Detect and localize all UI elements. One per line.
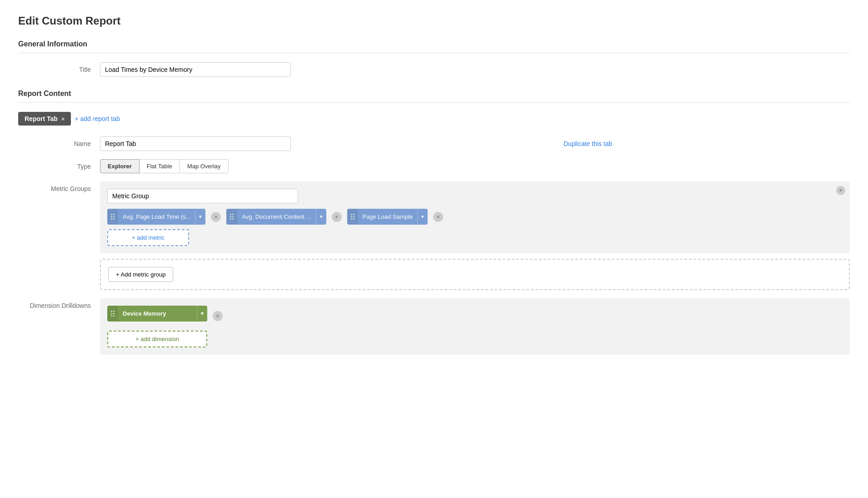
metric-chip-2-drag[interactable] [226,209,237,224]
tab-name-field-row: Name Duplicate this tab [18,136,850,151]
tab-content: Name Duplicate this tab Type Explorer Fl… [18,136,850,355]
report-content-heading: Report Content [18,90,850,98]
report-content-divider [18,102,850,103]
tab-type-field-content: Explorer Flat Table Map Overlay [100,159,850,173]
title-label: Title [18,62,100,73]
general-information-heading: General Information [18,40,850,48]
add-metric-button[interactable]: + add metric [107,229,189,246]
tab-close-icon[interactable]: × [61,116,65,122]
add-metric-group-box: + Add metric group [100,259,850,290]
dimension-chip-1-remove[interactable]: × [213,311,223,321]
add-metric-group-button[interactable]: + Add metric group [108,267,173,282]
metric-chip-2-remove[interactable]: × [332,212,342,222]
metric-groups-label: Metric Groups [18,181,100,192]
metric-chip-2-label: Avg. Document Content ... [237,209,315,225]
metric-group-name-input[interactable] [107,189,298,203]
dimension-chip-1: Device Memory ▾ [107,306,207,322]
report-content-section: Report Content Report Tab × + add report… [18,90,850,355]
general-info-divider [18,53,850,53]
dimension-drilldowns-label: Dimension Drilldowns [18,298,100,309]
metric-groups-field-row: Metric Groups × Avg. Page Load Time (s..… [18,181,850,290]
metric-group-container: × Avg. Page Load Time (s... ▾ × [100,181,850,253]
type-btn-flat-table[interactable]: Flat Table [140,159,180,173]
metric-chip-3-dropdown[interactable]: ▾ [417,209,428,224]
add-dimension-button[interactable]: + add dimension [107,331,207,347]
metric-chip-1-label: Avg. Page Load Time (s... [118,209,195,225]
tab-name-field-content: Duplicate this tab [100,136,850,151]
dimension-drilldowns-field-row: Dimension Drilldowns Device Memory ▾ × [18,298,850,355]
dimension-chip-1-drag[interactable] [107,306,118,321]
title-field-row: Title [18,62,850,77]
metric-groups-field-content: × Avg. Page Load Time (s... ▾ × [100,181,850,290]
metric-chip-1: Avg. Page Load Time (s... ▾ [107,209,205,225]
tab-type-label: Type [18,159,100,170]
metric-chip-3-label: Page Load Sample [358,209,418,225]
metric-chip-2: Avg. Document Content ... ▾ [226,209,326,225]
metric-chip-2-dropdown[interactable]: ▾ [316,209,326,224]
dimension-row: Device Memory ▾ × [107,306,843,326]
title-field-content [100,62,850,77]
tab-name-label-left: Name [18,136,100,147]
type-btn-explorer[interactable]: Explorer [100,159,140,173]
dimension-drilldowns-field-content: Device Memory ▾ × + add dimension [100,298,850,355]
metric-chip-3: Page Load Sample ▾ [347,209,428,225]
duplicate-tab-link[interactable]: Duplicate this tab [564,136,612,147]
tab-name-input[interactable] [100,136,291,151]
tab-name-label: Report Tab [25,115,58,122]
metric-chip-1-remove[interactable]: × [211,212,221,222]
dimension-container: Device Memory ▾ × + add dimension [100,298,850,355]
metric-chip-3-drag[interactable] [347,209,358,224]
metric-chip-1-dropdown[interactable]: ▾ [195,209,205,224]
metric-chip-1-drag[interactable] [107,209,118,224]
metric-group-close-btn[interactable]: × [836,186,845,195]
page-title: Edit Custom Report [18,15,850,27]
general-information-section: General Information Title [18,40,850,77]
dimension-chip-1-dropdown[interactable]: ▾ [197,306,207,321]
dimension-chip-1-label: Device Memory [118,306,197,322]
add-report-tab-link[interactable]: + add report tab [75,115,120,122]
type-button-group: Explorer Flat Table Map Overlay [100,159,850,173]
tab-bar: Report Tab × + add report tab [18,112,850,126]
title-input[interactable] [100,62,291,77]
type-btn-map-overlay[interactable]: Map Overlay [180,159,229,173]
metric-chip-3-remove[interactable]: × [433,212,443,222]
tab-type-field-row: Type Explorer Flat Table Map Overlay [18,159,850,173]
report-tab-item[interactable]: Report Tab × [18,112,71,126]
metrics-row: Avg. Page Load Time (s... ▾ × Avg. Docum… [107,209,843,225]
